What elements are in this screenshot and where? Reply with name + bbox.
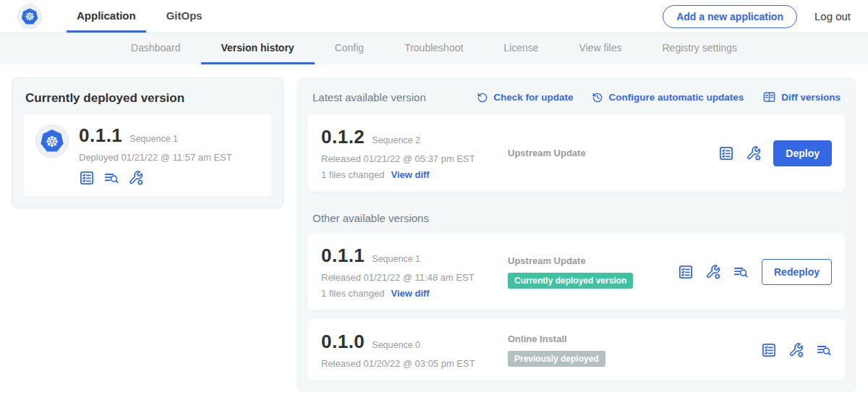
deployed-version-number: 0.1.1 [79,124,122,147]
version-info: 0.1.2 Sequence 2 Released 01/21/22 @ 05:… [321,126,508,180]
version-actions: Deploy [718,140,832,166]
deployed-version-info: 0.1.1 Sequence 1 Deployed 01/21/22 @ 11:… [79,124,232,186]
sequence-label: Sequence 2 [372,135,420,145]
auto-update-icon [592,92,603,103]
latest-version-title: Latest available version [312,91,426,103]
released-date: Released 01/21/22 @ 05:37 pm EST [321,153,508,164]
version-source: Online Install Previously deployed [508,333,761,367]
tab-application[interactable]: Application [67,0,146,33]
diff-versions-link[interactable]: Diff versions [762,90,841,104]
release-notes-icon[interactable] [761,342,777,358]
kots-admin-console: Application GitOps Add a new application… [0,0,868,408]
tab-gitops-label: GitOps [166,9,203,22]
released-date: Released 01/20/22 @ 03:05 pm EST [321,358,508,369]
sequence-label: Sequence 0 [372,340,420,350]
source-label: Online Install [508,333,761,344]
version-number: 0.1.2 [321,126,365,148]
files-changed-label: 1 files changed [321,169,384,180]
version-row-0-1-2: 0.1.2 Sequence 2 Released 01/21/22 @ 05:… [308,114,845,192]
logs-icon[interactable] [103,170,119,186]
version-row-0-1-0: 0.1.0 Sequence 0 Released 01/20/22 @ 03:… [308,319,845,381]
view-diff-link[interactable]: View diff [391,169,429,180]
section-nav: Dashboard Version history Config Trouble… [0,33,868,64]
topbar-actions: Add a new application Log out [663,0,851,33]
version-actions [761,342,832,358]
released-date: Released 01/21/22 @ 11:48 am EST [321,272,508,283]
version-source: Upstream Update Currently deployed versi… [508,255,678,289]
nav-item-version-history[interactable]: Version history [201,33,315,64]
panel-header: Latest available version Check for updat… [312,90,841,104]
nav-item-dashboard[interactable]: Dashboard [111,33,201,64]
release-notes-icon[interactable] [678,264,694,280]
source-label: Upstream Update [508,148,718,158]
diff-versions-label: Diff versions [781,92,841,103]
logs-icon[interactable] [816,342,832,358]
panel-actions: Check for update Configure automatic upd… [477,90,841,104]
nav-item-view-files[interactable]: View files [559,33,642,64]
config-icon[interactable] [746,145,762,161]
config-icon[interactable] [705,264,721,280]
nav-item-troubleshoot[interactable]: Troubleshoot [384,33,483,64]
config-icon[interactable] [128,170,144,186]
main-content: Currently deployed version 0.1.1 Sequenc… [0,64,868,405]
release-notes-icon[interactable] [79,170,95,186]
kubernetes-helm-icon [39,128,65,154]
kubernetes-helm-icon [20,7,39,26]
configure-automatic-updates-label: Configure automatic updates [608,92,744,103]
add-application-button[interactable]: Add a new application [663,5,797,28]
deployed-card-title: Currently deployed version [25,91,270,106]
other-versions-title: Other available versions [312,212,841,224]
nav-item-registry-settings[interactable]: Registry settings [642,33,757,64]
check-for-update-label: Check for update [493,92,573,103]
tab-gitops[interactable]: GitOps [156,0,213,33]
deployed-actions [79,170,232,186]
refresh-icon [477,92,488,103]
diff-versions-icon [762,90,776,104]
previously-deployed-badge: Previously deployed [508,351,605,367]
configure-automatic-updates-link[interactable]: Configure automatic updates [592,92,744,103]
nav-item-config[interactable]: Config [315,33,384,64]
redeploy-button[interactable]: Redeploy [762,259,832,285]
version-info: 0.1.1 Sequence 1 Released 01/21/22 @ 11:… [321,245,508,299]
version-number: 0.1.1 [321,245,365,267]
deploy-button[interactable]: Deploy [773,140,832,166]
version-info: 0.1.0 Sequence 0 Released 01/20/22 @ 03:… [321,331,508,369]
logout-link[interactable]: Log out [814,10,851,22]
currently-deployed-card: Currently deployed version 0.1.1 Sequenc… [12,77,284,208]
sequence-label: Sequence 1 [372,254,420,264]
currently-deployed-badge: Currently deployed version [508,273,633,289]
version-history-panel: Latest available version Check for updat… [297,77,856,392]
deployed-sequence-label: Sequence 1 [129,134,178,144]
kubernetes-logo-icon [17,4,42,29]
app-tabs: Application GitOps [67,0,213,33]
view-diff-link[interactable]: View diff [391,288,429,299]
check-for-update-link[interactable]: Check for update [477,92,573,103]
logs-icon[interactable] [733,264,749,280]
nav-item-license[interactable]: License [483,33,558,64]
app-icon [35,124,69,158]
deployed-version-card: 0.1.1 Sequence 1 Deployed 01/21/22 @ 11:… [24,114,271,196]
version-source: Upstream Update [508,148,718,158]
tab-application-label: Application [77,9,136,22]
version-number: 0.1.0 [321,331,365,353]
version-row-0-1-1: 0.1.1 Sequence 1 Released 01/21/22 @ 11:… [308,233,845,310]
release-notes-icon[interactable] [718,145,734,161]
deployed-date: Deployed 01/21/22 @ 11:57 am EST [79,152,232,163]
top-bar: Application GitOps Add a new application… [0,0,868,33]
files-changed-label: 1 files changed [321,288,384,299]
version-actions: Redeploy [678,259,832,285]
source-label: Upstream Update [508,255,678,266]
config-icon[interactable] [788,342,804,358]
